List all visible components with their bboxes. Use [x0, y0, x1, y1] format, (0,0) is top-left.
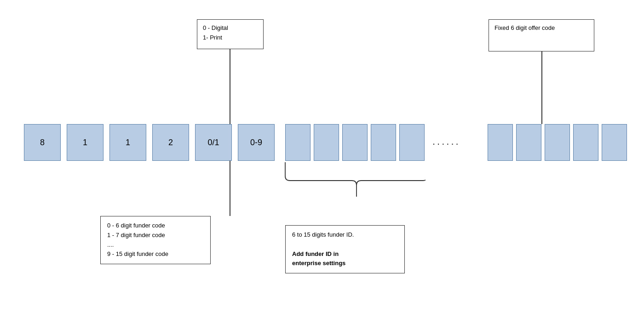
offer-code-text: Fixed 6 digit offer code	[494, 24, 555, 31]
digital-print-line-v	[230, 49, 230, 124]
cell-label: 2	[168, 138, 173, 147]
digit-cell-c14	[545, 124, 570, 161]
digit-cell-c13	[516, 124, 541, 161]
digital-print-annotation: 0 - Digital1- Print	[197, 19, 264, 49]
cell-label: 0/1	[207, 138, 219, 147]
brace-svg	[283, 160, 426, 197]
offer-code-annotation: Fixed 6 digit offer code	[489, 19, 594, 51]
digit-cell-c5: 0/1	[195, 124, 232, 161]
funder-code-line-v	[230, 161, 230, 216]
digit-cell-c15	[573, 124, 598, 161]
cell-label: 8	[40, 138, 45, 147]
cell-label: 1	[83, 138, 87, 147]
digit-cell-c16	[602, 124, 627, 161]
digit-cell-c6: 0-9	[238, 124, 275, 161]
diagram: 0 - Digital1- Print Fixed 6 digit offer …	[0, 0, 644, 329]
digit-cell-c11	[399, 124, 425, 161]
funder-code-text: 0 - 6 digit funder code 1 - 7 digit fund…	[107, 222, 168, 257]
digit-cell-c10	[371, 124, 396, 161]
digit-cell-c7	[285, 124, 310, 161]
digit-cell-c1: 8	[24, 124, 61, 161]
digital-print-text: 0 - Digital1- Print	[203, 24, 228, 41]
digit-cell-c8	[314, 124, 339, 161]
digit-cell-c4: 2	[152, 124, 189, 161]
funder-id-text: 6 to 15 digits funder ID. Add funder ID …	[292, 231, 354, 267]
funder-code-annotation: 0 - 6 digit funder code 1 - 7 digit fund…	[100, 216, 211, 264]
ellipsis: ......	[432, 136, 460, 147]
cell-label: 1	[126, 138, 130, 147]
digit-cell-c9	[342, 124, 368, 161]
offer-code-line-v	[541, 51, 542, 124]
digit-cell-c2: 1	[67, 124, 104, 161]
funder-id-annotation: 6 to 15 digits funder ID. Add funder ID …	[285, 225, 405, 273]
digit-cell-c3: 1	[109, 124, 146, 161]
cell-label: 0-9	[250, 138, 262, 147]
digit-cell-c12	[488, 124, 513, 161]
